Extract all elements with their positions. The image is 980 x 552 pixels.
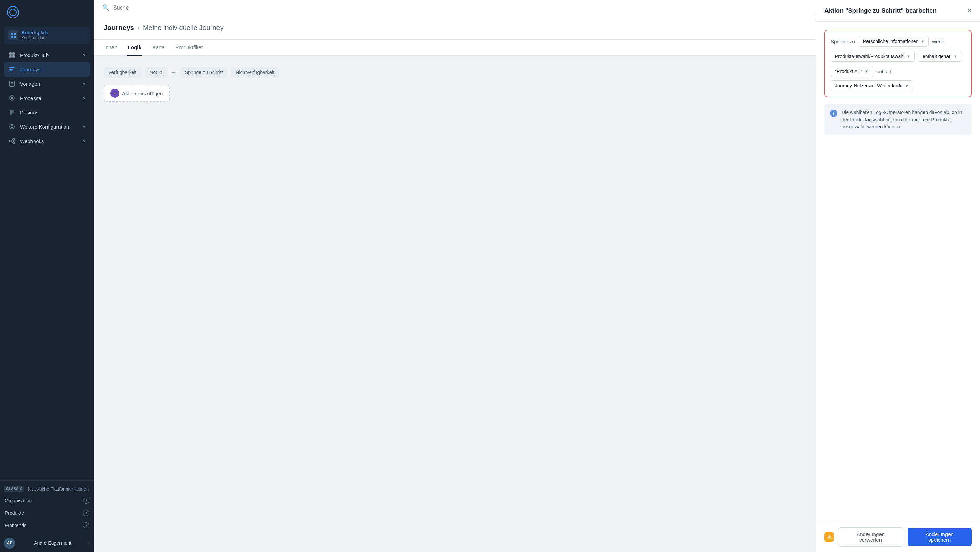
save-button[interactable]: Änderungen speichern xyxy=(907,528,972,546)
tab-inhalt[interactable]: Inhalt xyxy=(103,40,118,56)
svg-point-14 xyxy=(11,97,13,99)
breadcrumb-current: Meine individuelle Journey xyxy=(143,24,224,32)
classic-nav-produkte[interactable]: Produkte i xyxy=(0,507,94,519)
svg-rect-2 xyxy=(11,35,13,38)
dropdown-springe-zu[interactable]: Persönliche Informationen ▼ xyxy=(859,36,929,47)
produkt-hub-icon xyxy=(8,51,16,59)
chevron-down-icon: ▼ xyxy=(865,69,869,73)
sidebar-nav: Produkt-Hub ∨ Journeys Vorlagen ∨ xyxy=(0,46,94,150)
sidebar-item-designs[interactable]: Designs xyxy=(4,105,90,119)
sidebar-item-label: Designs xyxy=(20,109,38,116)
breadcrumb-separator-icon: › xyxy=(137,24,140,32)
prozesse-icon xyxy=(8,94,16,102)
chevron-down-icon: ∨ xyxy=(83,124,86,129)
workspace-chevron-icon: ⌄ xyxy=(83,33,86,38)
sidebar-item-weitere[interactable]: Weitere Konfiguration ∨ xyxy=(4,119,90,134)
chevron-down-icon: ∨ xyxy=(83,139,86,143)
sidebar-item-label: Webhooks xyxy=(20,138,44,144)
user-chevron-icon: ∨ xyxy=(87,541,90,546)
close-button[interactable]: × xyxy=(967,7,972,14)
panel-header: Aktion "Springe zu Schritt" bearbeiten × xyxy=(816,0,980,22)
panel-body: Springe zu Persönliche Informationen ▼ w… xyxy=(816,22,980,522)
dropdown-produkt[interactable]: "Produkt A l " ▼ xyxy=(830,66,873,77)
plus-icon: + xyxy=(110,89,119,98)
info-icon[interactable]: i xyxy=(83,498,89,504)
info-icon[interactable]: i xyxy=(83,510,89,516)
search-icon: 🔍 xyxy=(102,4,110,12)
vorlagen-icon xyxy=(8,80,16,87)
user-section[interactable]: AE André Eggermont ∨ xyxy=(0,534,94,552)
panel-title: Aktion "Springe zu Schritt" bearbeiten xyxy=(824,7,937,14)
dropdown-value: Persönliche Informationen xyxy=(863,39,919,44)
webhooks-icon xyxy=(8,137,16,145)
right-panel: Aktion "Springe zu Schritt" bearbeiten ×… xyxy=(816,0,980,552)
breadcrumb: Journeys › Meine individuelle Journey xyxy=(103,24,224,32)
sidebar-item-prozesse[interactable]: Prozesse ∨ xyxy=(4,91,90,105)
chevron-down-icon: ▼ xyxy=(921,39,924,43)
svg-point-23 xyxy=(13,142,15,144)
chevron-down-icon: ▼ xyxy=(954,54,958,59)
workspace-title: Arbeitsplatz xyxy=(21,30,49,35)
svg-rect-9 xyxy=(9,69,13,70)
svg-rect-0 xyxy=(11,33,13,35)
svg-point-21 xyxy=(9,140,11,142)
sidebar-workspace[interactable]: Arbeitsplatz Konfiguration ⌄ xyxy=(4,27,90,44)
svg-rect-13 xyxy=(11,84,13,84)
tab-logik[interactable]: Logik xyxy=(127,40,142,56)
sidebar: Arbeitsplatz Konfiguration ⌄ Produkt-Hub… xyxy=(0,0,94,552)
discard-button[interactable]: Änderungen verwerfen xyxy=(838,527,904,547)
user-name: André Eggermont xyxy=(34,540,72,546)
condition-row-1: Springe zu Persönliche Informationen ▼ w… xyxy=(830,36,966,47)
classic-nav-label: Frontends xyxy=(5,523,26,528)
classic-nav-organisation[interactable]: Organisation i xyxy=(0,495,94,507)
svg-rect-5 xyxy=(12,52,15,55)
svg-rect-10 xyxy=(9,71,12,72)
dropdown-produktauswahl[interactable]: Produktauswahl/Produktauswahl ▼ xyxy=(830,51,915,62)
breadcrumb-root[interactable]: Journeys xyxy=(103,24,134,32)
svg-rect-7 xyxy=(12,56,15,58)
add-action-button[interactable]: + Aktion hinzufügen xyxy=(103,85,170,102)
panel-footer: ⚠ Änderungen verwerfen Änderungen speich… xyxy=(816,522,980,552)
sidebar-logo xyxy=(0,0,94,25)
workspace-subtitle: Konfiguration xyxy=(21,35,49,40)
classic-nav-label: Produkte xyxy=(5,510,24,516)
sidebar-item-journeys[interactable]: Journeys xyxy=(4,62,90,76)
classic-section: CLASSIC Klassische Plattformfunktionen O… xyxy=(0,480,94,552)
dropdown-enthaelt-genau[interactable]: enthält genau ▼ xyxy=(918,51,962,62)
tab-produktfilter[interactable]: Produktfilter xyxy=(175,40,204,56)
svg-point-20 xyxy=(11,126,13,128)
app-logo-icon xyxy=(7,6,19,19)
sidebar-item-label: Prozesse xyxy=(20,95,41,101)
info-icon[interactable]: i xyxy=(83,522,89,528)
chevron-down-icon: ∨ xyxy=(83,52,86,57)
info-notice-text: Die wählbaren Logik-Operatoren hängen da… xyxy=(842,109,966,130)
classic-section-label: Klassische Plattformfunktionen xyxy=(28,486,89,492)
sidebar-item-label: Produkt-Hub xyxy=(20,52,49,58)
sidebar-item-webhooks[interactable]: Webhooks ∨ xyxy=(4,134,90,148)
search-input[interactable] xyxy=(113,5,216,11)
warning-icon: ⚠ xyxy=(824,532,834,542)
classic-section-header: CLASSIC Klassische Plattformfunktionen xyxy=(0,483,94,495)
dropdown-value: "Produkt A l " xyxy=(835,69,863,74)
sidebar-item-label: Vorlagen xyxy=(20,81,40,87)
sidebar-item-produkt-hub[interactable]: Produkt-Hub ∨ xyxy=(4,48,90,62)
svg-rect-18 xyxy=(12,110,14,113)
weitere-icon xyxy=(8,123,16,130)
logic-chip-verfuegbarkeit: Verfügbarkeit xyxy=(103,67,142,78)
logic-chip-jump: Springe zu Schritt xyxy=(180,67,228,78)
svg-rect-17 xyxy=(10,110,12,115)
dropdown-value: enthält genau xyxy=(923,54,951,59)
logic-chip-not-in: Not In xyxy=(145,67,167,78)
designs-icon xyxy=(8,109,16,116)
chevron-down-icon: ∨ xyxy=(83,96,86,100)
svg-rect-3 xyxy=(14,35,16,38)
add-action-label: Aktion hinzufügen xyxy=(122,90,163,96)
sidebar-item-vorlagen[interactable]: Vorlagen ∨ xyxy=(4,76,90,91)
dropdown-value: Journey-Nutzer auf Weiter klickt xyxy=(835,83,903,89)
dropdown-journey-nutzer[interactable]: Journey-Nutzer auf Weiter klickt ▼ xyxy=(830,80,913,91)
classic-nav-frontends[interactable]: Frontends i xyxy=(0,519,94,531)
tab-karte[interactable]: Karte xyxy=(152,40,165,56)
journeys-icon xyxy=(8,66,16,73)
wenn-label: wenn xyxy=(932,39,945,44)
svg-rect-4 xyxy=(9,52,12,55)
